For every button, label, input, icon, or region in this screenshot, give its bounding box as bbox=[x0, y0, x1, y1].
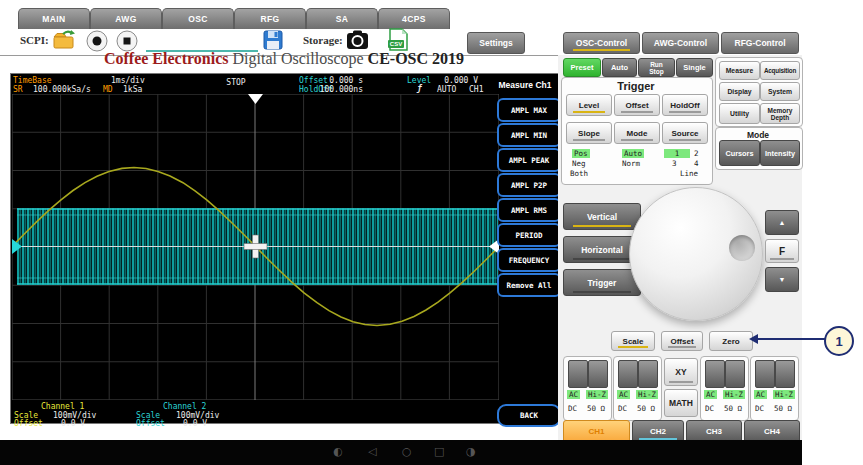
rotary-knob[interactable] bbox=[629, 187, 763, 321]
measure-button[interactable]: Measure bbox=[719, 61, 760, 80]
offset-button[interactable]: Offset bbox=[661, 331, 703, 351]
save-floppy-icon[interactable] bbox=[262, 29, 284, 51]
memory-depth-label: MD bbox=[103, 85, 113, 94]
ch2-dc-label[interactable]: DC bbox=[618, 404, 627, 413]
ch2-50ohm-label[interactable]: 50 Ω bbox=[637, 404, 655, 413]
ch3-hiz-label[interactable]: Hi-Z bbox=[723, 390, 745, 399]
auto-button[interactable]: Auto bbox=[602, 58, 637, 77]
tab-osc-control[interactable]: OSC-Control bbox=[563, 32, 640, 54]
math-button[interactable]: MATH bbox=[664, 389, 698, 417]
back-icon[interactable]: ◁ bbox=[368, 445, 376, 458]
ch4-coupling-toggle[interactable] bbox=[755, 360, 775, 388]
fine-button[interactable]: F bbox=[765, 239, 799, 263]
tab-osc[interactable]: OSC bbox=[162, 8, 234, 29]
measure-remove-all-button[interactable]: Remove All bbox=[497, 273, 561, 297]
ch2-hiz-label[interactable]: Hi-Z bbox=[636, 390, 658, 399]
trigger-offset-button[interactable]: Offset bbox=[614, 94, 660, 116]
system-button[interactable]: System bbox=[760, 82, 800, 101]
open-folder-icon[interactable] bbox=[52, 29, 76, 51]
measure-ampl-peak-button[interactable]: AMPL PEAK bbox=[497, 148, 561, 172]
trigger-source-button[interactable]: Source bbox=[662, 122, 708, 144]
ch2-coupling-toggle[interactable] bbox=[618, 360, 638, 388]
step-down-button[interactable]: ▼ bbox=[765, 267, 799, 292]
ch2-impedance-toggle[interactable] bbox=[638, 360, 658, 388]
ch2-ac-label[interactable]: AC bbox=[617, 390, 630, 399]
ch4-hiz-label[interactable]: Hi-Z bbox=[773, 390, 795, 399]
ch3-50ohm-label[interactable]: 50 Ω bbox=[724, 404, 742, 413]
ch3-ac-label[interactable]: AC bbox=[704, 390, 717, 399]
annotation-arrow-head bbox=[749, 334, 758, 344]
measure-ampl-max-button[interactable]: AMPL MAX bbox=[497, 98, 561, 122]
ch1-50ohm-label[interactable]: 50 Ω bbox=[587, 404, 605, 413]
volume-down-icon[interactable]: ◐ bbox=[333, 445, 343, 458]
trigger-holdoff-button[interactable]: HoldOff bbox=[662, 94, 708, 116]
mode-box-title: Mode bbox=[715, 130, 801, 140]
ch1-hiz-label[interactable]: Hi-Z bbox=[586, 390, 608, 399]
source-option-1[interactable]: 1 bbox=[664, 149, 690, 158]
single-button[interactable]: Single bbox=[676, 58, 713, 77]
knob-dimple bbox=[729, 235, 755, 261]
slope-option-both[interactable]: Both bbox=[570, 169, 588, 178]
cursors-button[interactable]: Cursors bbox=[719, 140, 760, 166]
ch1-dc-label[interactable]: DC bbox=[568, 404, 577, 413]
utility-button[interactable]: Utility bbox=[719, 103, 760, 124]
tab-4cps[interactable]: 4CPS bbox=[378, 8, 450, 29]
ch3-dc-label[interactable]: DC bbox=[705, 404, 714, 413]
ch3-coupling-toggle[interactable] bbox=[705, 360, 725, 388]
source-option-4[interactable]: 4 bbox=[694, 159, 699, 168]
step-up-button[interactable]: ▲ bbox=[765, 210, 799, 235]
xy-button[interactable]: XY bbox=[664, 358, 698, 386]
ch1-impedance-toggle[interactable] bbox=[588, 360, 608, 388]
sample-rate-value: 100.000kSa/s bbox=[33, 85, 91, 94]
csv-export-icon[interactable]: CSV bbox=[387, 28, 409, 51]
volume-up-icon[interactable]: ◑ bbox=[466, 445, 476, 458]
acquisition-button[interactable]: Acquisition bbox=[760, 61, 800, 80]
ch4-ac-label[interactable]: AC bbox=[754, 390, 767, 399]
trigger-level-button[interactable]: Level bbox=[566, 94, 612, 116]
tab-awg-control[interactable]: AWG-Control bbox=[642, 32, 719, 54]
slope-option-pos[interactable]: Pos bbox=[572, 149, 590, 158]
measure-ampl-p2p-button[interactable]: AMPL P2P bbox=[497, 173, 561, 197]
ch3-impedance-toggle[interactable] bbox=[725, 360, 745, 388]
stop-button[interactable] bbox=[116, 30, 138, 52]
trigger-mode-button[interactable]: Mode bbox=[614, 122, 660, 144]
channel2-offset-label: Offset bbox=[136, 419, 165, 428]
mode-option-auto[interactable]: Auto bbox=[622, 149, 644, 158]
tab-rfg-control[interactable]: RFG-Control bbox=[721, 32, 799, 54]
measure-period-button[interactable]: PERIOD bbox=[497, 223, 561, 247]
home-icon[interactable]: ○ bbox=[402, 445, 412, 458]
ch1-coupling-toggle[interactable] bbox=[568, 360, 588, 388]
measure-frequency-button[interactable]: FREQUENCY bbox=[497, 248, 561, 272]
source-option-2[interactable]: 2 bbox=[694, 149, 699, 158]
camera-screenshot-icon[interactable] bbox=[346, 30, 369, 50]
ch4-dc-label[interactable]: DC bbox=[755, 404, 764, 413]
ch1-ac-label[interactable]: AC bbox=[567, 390, 580, 399]
ch4-50ohm-label[interactable]: 50 Ω bbox=[774, 404, 792, 413]
display-button[interactable]: Display bbox=[719, 82, 760, 101]
memory-depth-button[interactable]: Memory Depth bbox=[760, 103, 800, 124]
source-option-line[interactable]: Line bbox=[680, 169, 698, 178]
tab-awg[interactable]: AWG bbox=[90, 8, 162, 29]
run-stop-button[interactable]: Run Stop bbox=[638, 58, 675, 77]
record-button[interactable] bbox=[86, 30, 108, 52]
product-name: Digital Oscilloscope bbox=[233, 50, 364, 67]
recents-icon[interactable]: □ bbox=[434, 445, 444, 458]
preset-button[interactable]: Preset bbox=[563, 58, 601, 77]
source-option-3[interactable]: 3 bbox=[672, 159, 677, 168]
slope-option-neg[interactable]: Neg bbox=[572, 159, 586, 168]
ch4-impedance-toggle[interactable] bbox=[775, 360, 795, 388]
tab-rfg[interactable]: RFG bbox=[234, 8, 306, 29]
scale-button[interactable]: Scale bbox=[611, 331, 655, 351]
measure-ampl-rms-button[interactable]: AMPL RMS bbox=[497, 198, 561, 222]
timebase-label: TimeBase bbox=[13, 76, 52, 85]
trigger-slope-button[interactable]: Slope bbox=[566, 122, 612, 144]
vertical-button[interactable]: Vertical bbox=[563, 203, 641, 230]
intensity-button[interactable]: Intensity bbox=[760, 140, 800, 166]
zero-button[interactable]: Zero bbox=[709, 331, 753, 351]
mode-option-norm[interactable]: Norm bbox=[622, 159, 640, 168]
back-button[interactable]: BACK bbox=[497, 404, 561, 427]
measure-ampl-min-button[interactable]: AMPL MIN bbox=[497, 123, 561, 147]
tab-sa[interactable]: SA bbox=[306, 8, 378, 29]
trigger-button[interactable]: Trigger bbox=[563, 269, 641, 296]
tab-main[interactable]: MAIN bbox=[18, 8, 90, 29]
